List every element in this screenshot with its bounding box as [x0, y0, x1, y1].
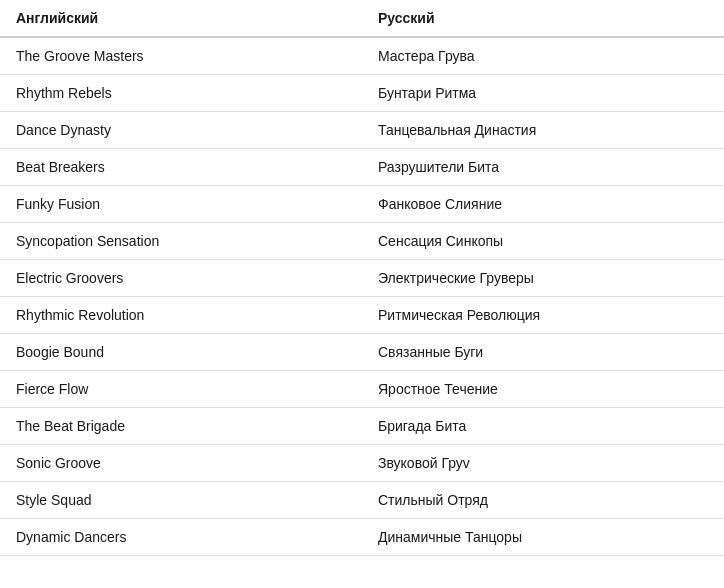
cell-english: The Groove Masters [0, 37, 362, 75]
header-russian: Русский [362, 0, 724, 37]
table-row: Dynamic DancersДинамичные Танцоры [0, 519, 724, 556]
table-row: Rhythmic RevolutionРитмическая Революция [0, 297, 724, 334]
cell-russian: Звуковой Груv [362, 445, 724, 482]
table-row: The Groove MastersМастера Грува [0, 37, 724, 75]
table-header-row: Английский Русский [0, 0, 724, 37]
cell-english: Rhythmic Revolution [0, 297, 362, 334]
cell-russian: Бунтари Ритма [362, 75, 724, 112]
cell-english: Funky Fusion [0, 186, 362, 223]
cell-english: Dynamic Dancers [0, 519, 362, 556]
table-row: Syncopation SensationСенсация Синкопы [0, 223, 724, 260]
cell-russian: Стильный Отряд [362, 482, 724, 519]
cell-english: Rhythm Rebels [0, 75, 362, 112]
cell-english: Fierce Flow [0, 371, 362, 408]
table-row: Beat BreakersРазрушители Бита [0, 149, 724, 186]
cell-russian: Бригада Бита [362, 408, 724, 445]
table-row: Fierce FlowЯростное Течение [0, 371, 724, 408]
cell-english: Dance Dynasty [0, 112, 362, 149]
table-row: Rhythm RebelsБунтари Ритма [0, 75, 724, 112]
translation-table: Английский Русский The Groove MastersМас… [0, 0, 724, 556]
cell-english: Style Squad [0, 482, 362, 519]
table-row: Electric GrooversЭлектрические Груверы [0, 260, 724, 297]
cell-english: Boogie Bound [0, 334, 362, 371]
cell-english: Sonic Groove [0, 445, 362, 482]
cell-english: Beat Breakers [0, 149, 362, 186]
cell-english: Electric Groovers [0, 260, 362, 297]
table-row: Dance DynastyТанцевальная Династия [0, 112, 724, 149]
cell-english: Syncopation Sensation [0, 223, 362, 260]
table-row: Style SquadСтильный Отряд [0, 482, 724, 519]
cell-russian: Яростное Течение [362, 371, 724, 408]
table-row: Boogie BoundСвязанные Буги [0, 334, 724, 371]
cell-russian: Электрические Груверы [362, 260, 724, 297]
cell-russian: Сенсация Синкопы [362, 223, 724, 260]
table-row: The Beat BrigadeБригада Бита [0, 408, 724, 445]
cell-russian: Фанковое Слияние [362, 186, 724, 223]
table-row: Funky FusionФанковое Слияние [0, 186, 724, 223]
cell-russian: Ритмическая Революция [362, 297, 724, 334]
cell-russian: Мастера Грува [362, 37, 724, 75]
cell-russian: Танцевальная Династия [362, 112, 724, 149]
header-english: Английский [0, 0, 362, 37]
cell-russian: Связанные Буги [362, 334, 724, 371]
cell-russian: Динамичные Танцоры [362, 519, 724, 556]
table-row: Sonic GrooveЗвуковой Груv [0, 445, 724, 482]
cell-english: The Beat Brigade [0, 408, 362, 445]
cell-russian: Разрушители Бита [362, 149, 724, 186]
